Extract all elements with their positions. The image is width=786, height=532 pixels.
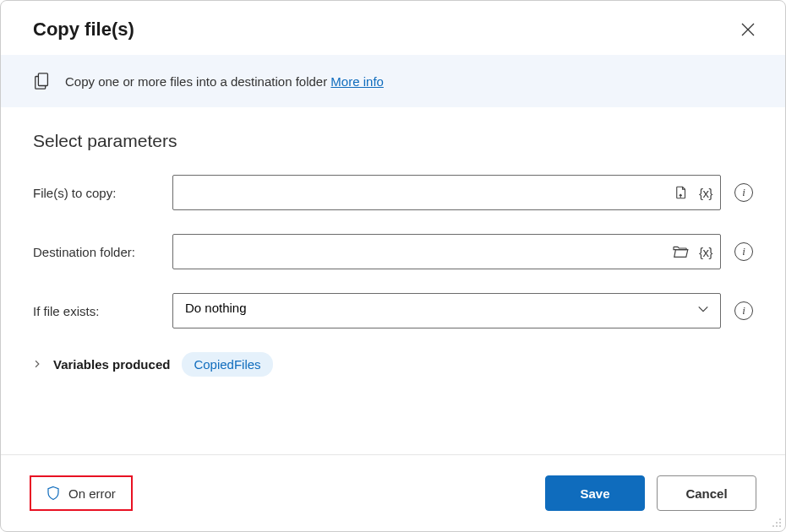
variables-produced-row[interactable]: Variables produced CopiedFiles bbox=[33, 352, 753, 377]
copy-files-dialog: Copy file(s) Copy one or more files into… bbox=[0, 0, 786, 532]
chevron-down-icon bbox=[697, 303, 709, 318]
files-info-icon[interactable]: i bbox=[734, 183, 753, 202]
dialog-footer: On error Save Cancel bbox=[1, 454, 785, 531]
param-row-destination: Destination folder: {x} i bbox=[33, 234, 753, 269]
footer-buttons: Save Cancel bbox=[545, 475, 756, 511]
folder-picker-icon[interactable] bbox=[672, 245, 689, 258]
svg-point-2 bbox=[776, 522, 778, 524]
info-banner: Copy one or more files into a destinatio… bbox=[1, 55, 785, 107]
if-file-exists-select[interactable]: Do nothing bbox=[172, 293, 721, 328]
files-to-copy-label: File(s) to copy: bbox=[33, 186, 172, 200]
if-file-exists-label: If file exists: bbox=[33, 304, 172, 318]
destination-info-icon[interactable]: i bbox=[734, 242, 753, 261]
shield-icon bbox=[46, 486, 60, 501]
on-error-button[interactable]: On error bbox=[30, 475, 133, 511]
if-file-exists-value: Do nothing bbox=[185, 301, 247, 315]
resize-grip-icon[interactable] bbox=[770, 516, 782, 528]
titlebar: Copy file(s) bbox=[1, 1, 785, 55]
variables-produced-label: Variables produced bbox=[53, 357, 170, 372]
cancel-button[interactable]: Cancel bbox=[657, 475, 756, 511]
destination-folder-label: Destination folder: bbox=[33, 245, 172, 259]
param-row-files: File(s) to copy: {x} i bbox=[33, 175, 753, 210]
variable-picker-icon[interactable]: {x} bbox=[699, 245, 712, 259]
more-info-link[interactable]: More info bbox=[330, 74, 384, 89]
svg-point-6 bbox=[779, 525, 781, 527]
section-title: Select parameters bbox=[33, 131, 753, 151]
chevron-right-icon bbox=[33, 358, 41, 371]
dialog-title: Copy file(s) bbox=[33, 19, 134, 41]
svg-point-3 bbox=[779, 522, 781, 524]
variable-chip[interactable]: CopiedFiles bbox=[182, 352, 272, 377]
svg-point-4 bbox=[772, 525, 774, 527]
close-button[interactable] bbox=[734, 16, 761, 43]
svg-point-1 bbox=[779, 518, 781, 520]
banner-text: Copy one or more files into a destinatio… bbox=[65, 74, 384, 89]
svg-rect-0 bbox=[38, 73, 47, 86]
destination-folder-input[interactable] bbox=[172, 234, 721, 269]
variable-picker-icon[interactable]: {x} bbox=[699, 186, 712, 200]
param-row-if-exists: If file exists: Do nothing i bbox=[33, 293, 753, 328]
dialog-content: Select parameters File(s) to copy: {x} i… bbox=[1, 107, 785, 454]
close-icon bbox=[741, 23, 755, 36]
save-button[interactable]: Save bbox=[545, 475, 645, 511]
svg-point-5 bbox=[776, 525, 778, 527]
on-error-label: On error bbox=[68, 486, 116, 501]
if-exists-info-icon[interactable]: i bbox=[734, 301, 753, 320]
copy-files-icon bbox=[33, 72, 52, 90]
file-picker-icon[interactable] bbox=[674, 185, 689, 200]
files-to-copy-input[interactable] bbox=[172, 175, 721, 210]
